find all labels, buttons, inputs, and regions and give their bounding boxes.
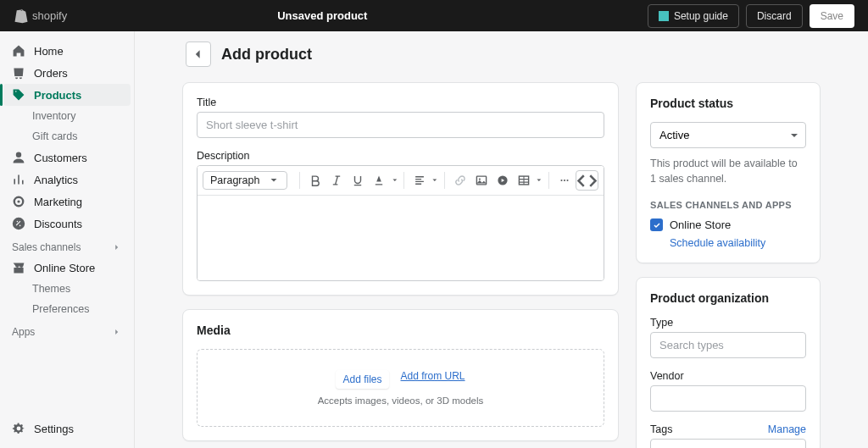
svg-point-6	[566, 180, 568, 181]
media-dropzone[interactable]: Add files Add from URL Accepts images, v…	[197, 349, 604, 427]
rich-text-editor: Paragraph	[197, 165, 604, 281]
gear-icon	[12, 422, 25, 435]
setup-guide-button[interactable]: Setup guide	[648, 4, 739, 28]
media-heading: Media	[197, 324, 604, 337]
product-organization-card: Product organization Type Vendor Tags Ma…	[636, 277, 821, 448]
back-button[interactable]	[186, 41, 211, 67]
vendor-label: Vendor	[650, 370, 806, 382]
add-files-button[interactable]: Add files	[336, 370, 388, 389]
page-title: Add product	[221, 46, 312, 64]
channels-heading: SALES CHANNELS AND APPS	[650, 200, 806, 210]
manage-tags-link[interactable]: Manage	[768, 423, 806, 435]
italic-button[interactable]	[326, 170, 346, 191]
analytics-icon	[12, 173, 25, 186]
image-button[interactable]	[471, 170, 491, 191]
sidebar-item-themes[interactable]: Themes	[0, 279, 134, 299]
paragraph-select[interactable]: Paragraph	[203, 171, 287, 190]
title-label: Title	[197, 97, 604, 108]
orders-icon	[12, 66, 25, 80]
svg-point-5	[563, 180, 565, 181]
type-label: Type	[650, 317, 806, 329]
store-icon	[12, 261, 25, 274]
code-view-button[interactable]	[576, 170, 598, 191]
sidebar-item-online-store[interactable]: Online Store	[0, 257, 134, 279]
online-store-label: Online Store	[670, 218, 731, 231]
org-heading: Product organization	[650, 291, 806, 305]
status-help: This product will be available to 1 sale…	[650, 157, 806, 186]
svg-point-4	[560, 180, 562, 181]
link-button[interactable]	[450, 170, 470, 191]
chevron-down-icon	[431, 176, 439, 185]
marketing-icon	[12, 195, 25, 208]
chevron-down-icon	[268, 174, 280, 186]
check-icon	[653, 221, 661, 230]
vendor-input[interactable]	[650, 385, 806, 412]
sidebar-item-orders[interactable]: Orders	[0, 62, 134, 84]
chevron-right-icon	[112, 242, 122, 252]
flag-icon	[659, 11, 669, 21]
add-from-url-link[interactable]: Add from URL	[401, 370, 465, 389]
sidebar-item-giftcards[interactable]: Gift cards	[0, 126, 134, 147]
sidebar-item-preferences[interactable]: Preferences	[0, 299, 134, 319]
chevron-down-icon	[391, 176, 399, 185]
status-heading: Product status	[650, 97, 806, 110]
sidebar-item-inventory[interactable]: Inventory	[0, 106, 134, 126]
text-color-button[interactable]	[370, 170, 389, 191]
title-description-card: Title Description Paragraph	[182, 82, 619, 296]
underline-button[interactable]	[348, 170, 368, 191]
type-input[interactable]	[650, 332, 806, 358]
arrow-left-icon	[192, 47, 205, 61]
sidebar-item-marketing[interactable]: Marketing	[0, 191, 134, 213]
online-store-checkbox[interactable]	[650, 218, 663, 231]
product-status-card: Product status This product will be avai…	[636, 82, 821, 263]
sidebar-section-apps[interactable]: Apps	[0, 319, 134, 341]
more-button[interactable]	[554, 170, 574, 191]
svg-point-1	[478, 179, 480, 180]
discard-button[interactable]: Discard	[746, 4, 803, 28]
sidebar-item-settings[interactable]: Settings	[0, 418, 134, 440]
sidebar-item-products[interactable]: Products	[3, 84, 131, 106]
tags-input[interactable]	[650, 439, 806, 448]
description-editor[interactable]	[198, 196, 604, 280]
sidebar-item-analytics[interactable]: Analytics	[0, 169, 134, 191]
description-label: Description	[197, 150, 604, 162]
tags-label: Tags	[650, 423, 672, 435]
customers-icon	[12, 151, 25, 164]
schedule-link[interactable]: Schedule availability	[670, 237, 765, 249]
sidebar-item-home[interactable]: Home	[0, 40, 134, 62]
title-input[interactable]	[197, 112, 604, 138]
table-button[interactable]	[514, 170, 533, 191]
shopify-logo: shopify	[14, 8, 67, 24]
save-button[interactable]: Save	[810, 4, 854, 28]
products-icon	[12, 88, 25, 102]
discounts-icon	[12, 217, 25, 230]
media-hint: Accepts images, videos, or 3D models	[218, 395, 583, 406]
media-card: Media Add files Add from URL Accepts ima…	[182, 309, 619, 441]
chevron-down-icon	[535, 176, 543, 185]
align-button[interactable]	[409, 170, 429, 191]
context-title: Unsaved product	[277, 9, 367, 22]
video-button[interactable]	[492, 170, 512, 191]
status-select[interactable]	[650, 122, 806, 148]
bold-button[interactable]	[305, 170, 325, 191]
chevron-right-icon	[112, 327, 122, 337]
sidebar-item-discounts[interactable]: Discounts	[0, 213, 134, 235]
home-icon	[12, 44, 25, 58]
sidebar-section-sales-channels[interactable]: Sales channels	[0, 235, 134, 257]
sidebar-item-customers[interactable]: Customers	[0, 147, 134, 169]
